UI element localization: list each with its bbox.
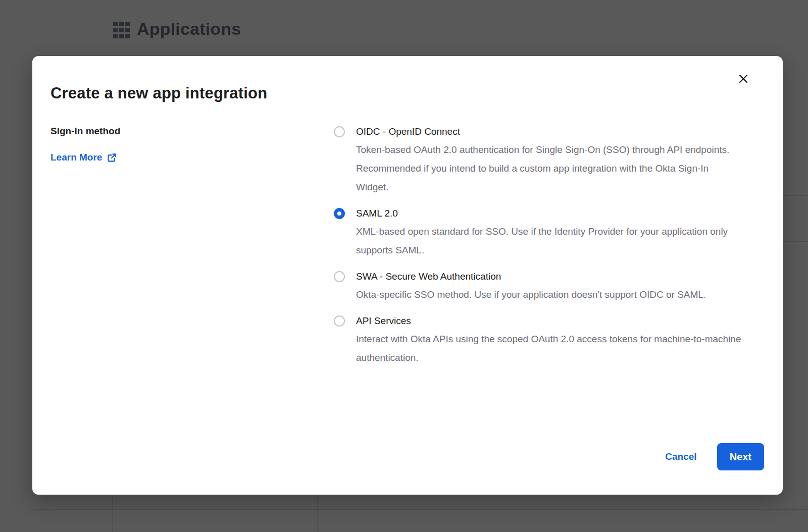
sign-in-method-label: Sign-in method	[50, 126, 293, 137]
external-link-icon	[107, 152, 117, 163]
modal-footer: Cancel Next	[665, 443, 764, 470]
radio-button-saml[interactable]	[334, 208, 345, 219]
close-icon	[738, 73, 749, 86]
sign-in-method-options: OIDC - OpenID Connect Token-based OAuth …	[334, 126, 753, 378]
background-table-row-line	[782, 63, 808, 63]
applications-page-header: Applications	[113, 19, 241, 39]
background-table-row-line	[782, 241, 808, 242]
applications-page-title: Applications	[137, 19, 241, 39]
radio-option-swa[interactable]: SWA - Secure Web Authentication Okta-spe…	[334, 271, 753, 304]
background-table-row-line	[782, 133, 808, 133]
radio-option-oidc[interactable]: OIDC - OpenID Connect Token-based OAuth …	[334, 126, 753, 196]
learn-more-label: Learn More	[50, 152, 102, 163]
radio-option-label: SAML 2.0	[356, 207, 742, 220]
background-table-row-line	[33, 509, 808, 510]
radio-option-saml[interactable]: SAML 2.0 XML-based open standard for SSO…	[334, 207, 753, 259]
radio-option-api-services[interactable]: API Services Interact with Okta APIs usi…	[334, 315, 753, 367]
radio-option-description: Token-based OAuth 2.0 authentication for…	[356, 140, 742, 196]
background-table-row-line	[782, 195, 808, 196]
modal-sidebar: Sign-in method Learn More	[50, 126, 293, 163]
apps-grid-icon	[113, 22, 130, 38]
learn-more-link[interactable]: Learn More	[50, 152, 117, 163]
next-button[interactable]: Next	[717, 443, 764, 470]
modal-title: Create a new app integration	[50, 84, 267, 102]
close-button[interactable]	[736, 72, 751, 87]
radio-button-api-services[interactable]	[334, 315, 345, 327]
radio-option-description: Interact with Okta APIs using the scoped…	[356, 330, 742, 367]
radio-option-label: SWA - Secure Web Authentication	[356, 271, 742, 283]
radio-button-swa[interactable]	[334, 271, 345, 282]
background-table-column-line	[112, 494, 113, 532]
radio-option-description: XML-based open standard for SSO. Use if …	[356, 222, 742, 259]
cancel-button[interactable]: Cancel	[665, 451, 696, 462]
radio-option-description: Okta-specific SSO method. Use if your ap…	[356, 285, 742, 304]
radio-option-label: API Services	[356, 315, 742, 327]
create-app-integration-modal: Create a new app integration Sign-in met…	[32, 56, 783, 495]
radio-button-oidc[interactable]	[334, 126, 345, 137]
background-table-column-line	[317, 494, 318, 532]
radio-option-label: OIDC - OpenID Connect	[356, 126, 742, 138]
